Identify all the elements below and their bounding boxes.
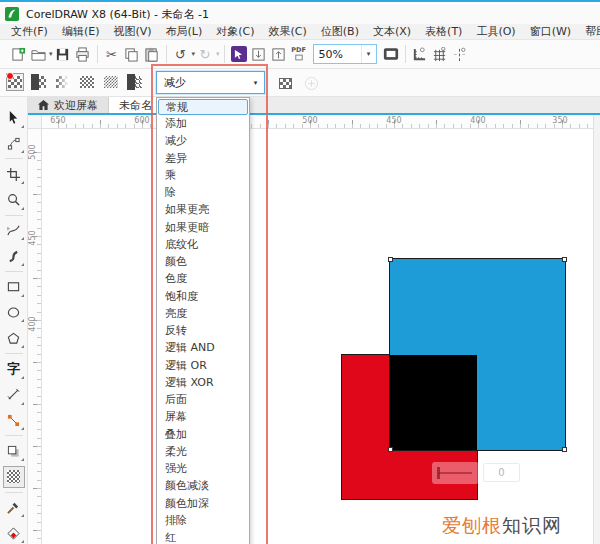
no-transparency-button[interactable] [6,73,24,91]
tab-welcome-screen[interactable]: 欢迎屏幕 [28,97,108,113]
dropdown-item-hue[interactable]: 色度 [157,270,249,287]
selection-handle[interactable] [388,257,393,262]
menu-view[interactable]: 视图(V) [106,24,158,39]
dropdown-item-color-dodge[interactable]: 颜色减淡 [157,477,249,494]
pick-tool[interactable] [3,107,25,129]
fountain-transparency-button[interactable] [54,73,72,91]
show-rulers-button[interactable] [410,44,430,64]
import-button[interactable] [249,44,269,64]
menu-layout[interactable]: 布局(L) [159,24,210,39]
toolbox-separator [5,215,23,216]
menu-window[interactable]: 窗口(W) [523,24,578,39]
dropdown-item-add[interactable]: 添加 [157,115,249,132]
dropdown-item-if-darker[interactable]: 如果更暗 [157,219,249,236]
dropdown-item-red[interactable]: 红 [157,529,249,544]
dropdown-item-multiply[interactable]: 乘 [157,167,249,184]
vertical-ruler[interactable]: 500 450 400 [28,129,42,544]
export-button[interactable] [269,44,289,64]
transparency-value-box[interactable]: 0 [483,463,520,482]
crop-tool[interactable] [3,163,25,185]
dropdown-item-difference[interactable]: 差异 [157,150,249,167]
menu-table[interactable]: 表格(T) [418,24,469,39]
ellipse-tool[interactable] [3,302,25,324]
merge-mode-combo[interactable]: 减少 ▾ [156,71,265,94]
drop-shadow-tool[interactable] [3,440,25,462]
show-grid-button[interactable] [430,44,450,64]
menu-effects[interactable]: 效果(C) [262,24,314,39]
merge-mode-dropdown-arrow[interactable]: ▾ [247,72,264,93]
ruler-origin[interactable] [28,115,42,129]
redo-button[interactable]: ↻ [195,44,215,64]
dropdown-item-soft-light[interactable]: 柔光 [157,443,249,460]
menu-edit[interactable]: 编辑(E) [55,24,107,39]
vertical-scrollbar[interactable] [593,114,600,544]
selection-handle[interactable] [562,257,567,262]
dropdown-item-color[interactable]: 颜色 [157,253,249,270]
new-document-button[interactable] [8,44,28,64]
dropdown-item-lightness[interactable]: 亮度 [157,305,249,322]
dropdown-item-normal[interactable]: 常规 [158,99,248,115]
publish-pdf-button[interactable]: PDF [289,44,309,64]
dropdown-item-logical-xor[interactable]: 逻辑 XOR [157,374,249,391]
dropdown-item-behind[interactable]: 后面 [157,391,249,408]
rectangle-tool[interactable] [3,276,25,298]
connector-tool[interactable] [3,410,25,432]
dropdown-item-logical-and[interactable]: 逻辑 AND [157,339,249,356]
shape-tool[interactable] [3,133,25,155]
dropdown-item-saturation[interactable]: 饱和度 [157,288,249,305]
undo-button[interactable]: ↺ [171,44,191,64]
dropdown-item-divide[interactable]: 除 [157,184,249,201]
dropdown-item-logical-or[interactable]: 逻辑 OR [157,357,249,374]
menu-text[interactable]: 文本(X) [366,24,418,39]
copy-button[interactable] [122,44,142,64]
vruler-label: 400 [28,314,38,334]
print-button[interactable] [73,44,93,64]
fullscreen-preview-button[interactable] [381,44,401,64]
menu-help[interactable]: 帮助(H) [578,24,600,39]
dropdown-item-texturize[interactable]: 底纹化 [157,236,249,253]
toolbar-separator [405,45,406,63]
menu-bar: 文件(F) 编辑(E) 视图(V) 布局(L) 对象(C) 效果(C) 位图(B… [0,24,600,40]
menu-object[interactable]: 对象(C) [209,24,261,39]
paste-button[interactable] [142,44,162,64]
menu-file[interactable]: 文件(F) [4,24,55,39]
transparency-slider[interactable] [432,462,479,484]
transparency-tool[interactable] [3,466,25,488]
uniform-transparency-button[interactable] [30,73,48,91]
overlap-region[interactable] [390,355,477,450]
zoom-level-dropdown-arrow[interactable]: ▾ [361,45,376,63]
dimension-tool[interactable] [3,384,25,406]
zoom-tool[interactable] [3,189,25,211]
horizontal-ruler[interactable]: 650 600 500 450 400 350 [42,115,600,129]
vector-pattern-transparency-button[interactable] [78,73,96,91]
dropdown-item-hard-light[interactable]: 强光 [157,460,249,477]
interactive-fill-tool[interactable] [3,522,25,544]
dropdown-item-screen[interactable]: 屏幕 [157,408,249,425]
texture-transparency-button[interactable] [126,73,144,91]
cut-button[interactable]: ✂ [102,44,122,64]
polygon-tool[interactable] [3,327,25,349]
selection-handle[interactable] [388,447,393,452]
dropdown-item-invert[interactable]: 反转 [157,322,249,339]
text-tool[interactable]: 字 [3,358,25,380]
dropdown-item-subtract[interactable]: 减少 [157,132,249,149]
open-button[interactable] [28,44,48,64]
dropdown-item-overlay[interactable]: 叠加 [157,426,249,443]
menu-tools[interactable]: 工具(O) [469,24,522,39]
dropdown-item-exclusion[interactable]: 排除 [157,512,249,529]
hruler-label: 600 [131,116,153,125]
toolbar-separator [97,45,98,63]
dropdown-item-if-lighter[interactable]: 如果更亮 [157,201,249,218]
freehand-tool[interactable] [3,220,25,242]
show-guidelines-button[interactable] [450,44,470,64]
save-button[interactable] [53,44,73,64]
selection-handle[interactable] [562,447,567,452]
menu-bitmaps[interactable]: 位图(B) [314,24,366,39]
transparency-target-button[interactable] [276,74,294,92]
color-eyedropper-tool[interactable] [3,497,25,519]
bitmap-pattern-transparency-button[interactable] [102,73,120,91]
dropdown-item-color-burn[interactable]: 颜色加深 [157,495,249,512]
search-content-button[interactable] [229,44,249,64]
artistic-media-tool[interactable] [3,245,25,267]
zoom-level-combo[interactable]: 50% ▾ [313,44,377,64]
